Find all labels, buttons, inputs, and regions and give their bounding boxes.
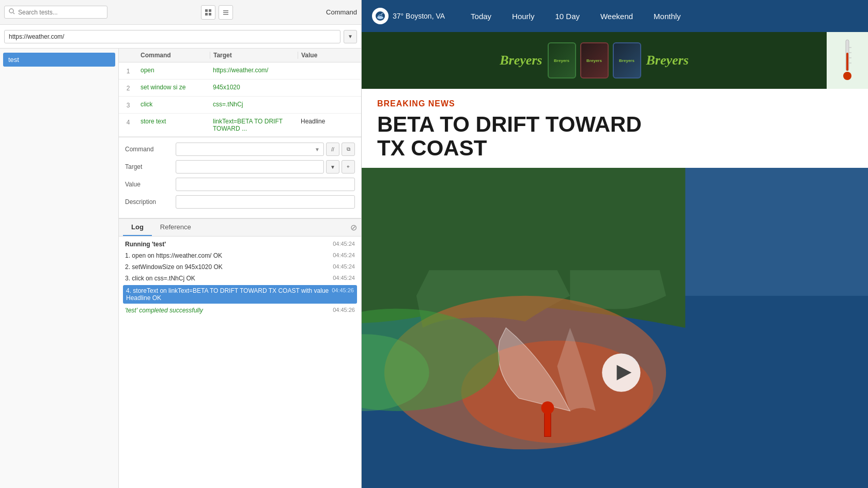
ice-cream-carton-1: Breyers: [548, 42, 576, 78]
log-tabs: Log Reference ⊘: [119, 219, 361, 237]
form-label-command: Command: [125, 146, 172, 153]
col-header-num: [119, 52, 137, 59]
url-bar-row: ▼: [0, 25, 361, 49]
table-row[interactable]: 2 set window si ze 945x1020: [119, 80, 361, 97]
command-table: 1 open https://weather.com/ 2 set window…: [119, 62, 361, 137]
log-running-header: Running 'test' 04:45:24: [125, 241, 355, 248]
log-entry-text-3: 3. click on css=.tNhCj OK: [125, 275, 333, 282]
svg-rect-7: [223, 12, 228, 13]
table-row[interactable]: 4 store text linkText=BETA TO DRIFT TOWA…: [119, 114, 361, 137]
description-input[interactable]: [176, 195, 355, 209]
row-command-3: click: [137, 101, 210, 108]
breyers-text-1: Breyers: [500, 53, 542, 68]
command-area: Command Target Value 1 open https://weat…: [119, 49, 361, 488]
form-area: Command ▼ // ⧉ Target: [119, 137, 361, 218]
svg-rect-6: [223, 10, 228, 11]
weather-website-panel: 37° Boyston, VA Today Hourly 10 Day Week…: [362, 0, 868, 488]
form-label-description: Description: [125, 198, 172, 206]
target-input[interactable]: [176, 160, 324, 174]
log-success-time: 04:45:26: [333, 307, 355, 314]
top-bar: Command: [0, 0, 361, 25]
row-command-4: store text: [137, 118, 210, 125]
value-input[interactable]: [176, 178, 355, 191]
nav-icon-1[interactable]: [201, 5, 215, 20]
log-running-label: Running 'test': [125, 241, 166, 248]
breaking-news-headline: BETA TO DRIFT TOWARD TX COAST: [377, 113, 853, 160]
row-target-3: css=.tNhCj: [210, 101, 298, 108]
log-entry-2: 2. setWindowSize on 945x1020 OK 04:45:24: [125, 262, 355, 272]
svg-point-13: [843, 72, 851, 80]
log-entry-time-1: 04:45:24: [333, 252, 355, 259]
breaking-news: BREAKING NEWS BETA TO DRIFT TOWARD TX CO…: [362, 89, 868, 168]
selenium-ide-panel: Command ▼ test Command Target Value 1: [0, 0, 362, 488]
command-select[interactable]: [176, 143, 324, 156]
table-row[interactable]: 3 click css=.tNhCj: [119, 97, 361, 114]
svg-rect-8: [223, 14, 228, 15]
search-icon: [9, 8, 15, 16]
test-item-test[interactable]: test: [3, 53, 115, 67]
target-locate-btn[interactable]: ⌖: [342, 160, 355, 174]
nav-item-hourly[interactable]: Hourly: [502, 2, 545, 31]
log-entry-text-1: 1. open on https://weather.com/ OK: [125, 252, 333, 259]
command-tab-label: Command: [326, 8, 357, 16]
log-success-text: 'test' completed successfully: [125, 307, 203, 314]
log-entry-text-2: 2. setWindowSize on 945x1020 OK: [125, 263, 333, 271]
svg-point-10: [377, 16, 383, 19]
log-entry-num-1: 1.: [125, 252, 130, 259]
form-row-command: Command ▼ // ⧉: [125, 143, 355, 156]
url-input[interactable]: [4, 30, 340, 43]
nav-item-monthly[interactable]: Monthly: [643, 2, 691, 31]
svg-rect-4: [205, 13, 208, 15]
command-input-wrapper: ▼ // ⧉: [176, 143, 355, 156]
form-label-target: Target: [125, 163, 172, 170]
ice-cream-carton-3: Breyers: [613, 42, 641, 78]
command-edit-btn[interactable]: //: [326, 143, 339, 156]
tab-reference[interactable]: Reference: [152, 219, 199, 236]
tab-log[interactable]: Log: [123, 219, 152, 236]
nav-item-weekend[interactable]: Weekend: [590, 2, 643, 31]
target-input-wrapper: ▼ ⌖: [176, 160, 355, 174]
thermometer-ad: [827, 32, 868, 89]
log-success-row: 'test' completed successfully 04:45:26: [125, 307, 355, 314]
col-header-target: Target: [210, 52, 298, 59]
svg-rect-3: [209, 9, 211, 12]
weather-logo-icon: [372, 8, 389, 24]
target-dropdown-btn[interactable]: ▼: [326, 160, 339, 174]
table-header: Command Target Value: [119, 49, 361, 62]
svg-point-22: [541, 402, 554, 415]
table-row[interactable]: 1 open https://weather.com/: [119, 62, 361, 80]
ad-banner: Breyers Breyers Breyers Breyers Breyers: [362, 32, 868, 89]
weather-map: [362, 168, 868, 488]
log-entry-4[interactable]: 4. storeText on linkText=BETA TO DRIFT T…: [123, 285, 357, 304]
breyers-ad: Breyers Breyers Breyers Breyers Breyers: [362, 32, 827, 89]
close-icon[interactable]: ⊘: [350, 223, 357, 232]
col-header-command: Command: [137, 52, 210, 59]
command-copy-btn[interactable]: ⧉: [342, 143, 355, 156]
row-command-2: set window si ze: [137, 84, 210, 91]
row-value-4: Headline: [298, 118, 361, 125]
svg-rect-5: [209, 13, 211, 15]
search-box[interactable]: [4, 6, 107, 19]
nav-item-10day[interactable]: 10 Day: [545, 2, 590, 31]
svg-point-0: [9, 9, 13, 13]
command-dropdown-wrapper: ▼: [176, 143, 324, 156]
nav-icon-2[interactable]: [219, 5, 233, 20]
search-input[interactable]: [18, 9, 96, 16]
log-area: Log Reference ⊘ Running 'test' 04:45:24 …: [119, 218, 361, 488]
breyers-text-2: Breyers: [646, 53, 689, 68]
weather-logo: 37° Boyston, VA: [372, 8, 445, 24]
row-target-4: linkText=BETA TO DRIFT TOWARD ...: [210, 118, 298, 132]
col-header-value: Value: [298, 52, 361, 59]
row-num-2: 2: [119, 84, 137, 92]
weather-nav: 37° Boyston, VA Today Hourly 10 Day Week…: [362, 0, 868, 32]
row-target-2: 945x1020: [210, 84, 298, 91]
log-content: Running 'test' 04:45:24 1. open on https…: [119, 237, 361, 488]
row-num-1: 1: [119, 67, 137, 75]
log-entry-time-2: 04:45:24: [333, 263, 355, 271]
nav-item-today[interactable]: Today: [460, 2, 502, 31]
breaking-news-label: BREAKING NEWS: [377, 99, 853, 108]
url-dropdown-btn[interactable]: ▼: [344, 30, 357, 43]
row-num-3: 3: [119, 101, 137, 109]
log-running-time: 04:45:24: [333, 241, 355, 248]
form-label-value: Value: [125, 181, 172, 188]
